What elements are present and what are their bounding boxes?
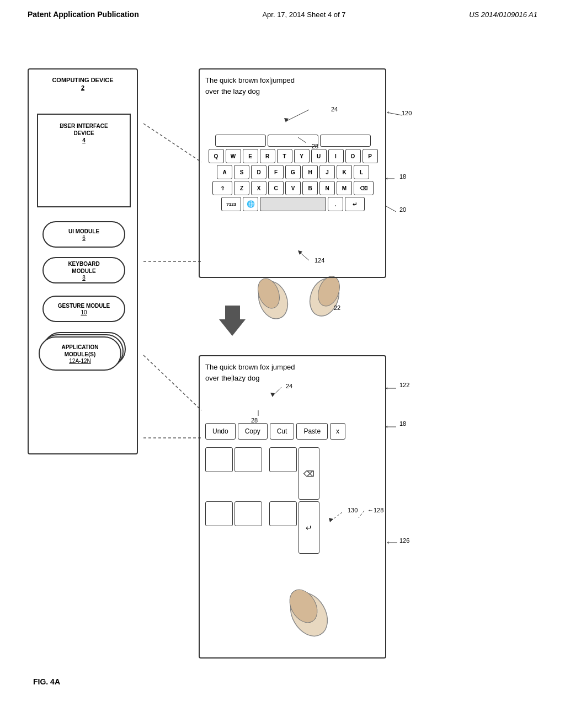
device-bottom: The quick brown fox jumped over thelazy … [199, 355, 386, 659]
key-c[interactable]: C [268, 181, 284, 195]
key-row-4: ?123 🌐 . ↵ [205, 197, 381, 211]
key-numeric[interactable]: ?123 [221, 197, 241, 211]
small-key-6 [269, 501, 297, 526]
key-x[interactable]: X [251, 181, 266, 195]
ref-28-top: 28 [312, 143, 318, 149]
uid-label: USER INTERFACEDEVICE 4 [38, 122, 130, 144]
key-u[interactable]: U [311, 149, 327, 163]
edit-toolbar: Undo Copy Cut Paste x [205, 421, 381, 441]
small-key-5 [234, 501, 262, 526]
key-v[interactable]: V [285, 181, 301, 195]
key-globe[interactable]: 🌐 [243, 197, 258, 211]
key-backspace[interactable]: ⌫ [354, 181, 374, 195]
key-g[interactable]: G [285, 165, 301, 179]
copy-button[interactable]: Copy [238, 423, 268, 440]
key-n[interactable]: N [319, 181, 335, 195]
key-q[interactable]: Q [209, 149, 224, 163]
key-p[interactable]: P [363, 149, 378, 163]
key-j[interactable]: J [319, 165, 335, 179]
key-h[interactable]: H [302, 165, 318, 179]
key-row-2: A S D F G H J K L [205, 165, 381, 179]
key-f[interactable]: F [268, 165, 284, 179]
key-enter[interactable]: ↵ [345, 197, 365, 211]
key-w[interactable]: W [226, 149, 241, 163]
key-z[interactable]: Z [234, 181, 249, 195]
key-shift[interactable]: ⇧ [212, 181, 232, 195]
ref-24-bottom: 24 [286, 383, 292, 389]
ref-130: 130 [348, 507, 358, 513]
svg-point-17 [315, 274, 344, 309]
key-period[interactable]: . [328, 197, 343, 211]
ref-24-top: 24 [331, 106, 338, 113]
ref-2: 2 [60, 122, 63, 129]
key-i[interactable]: I [328, 149, 344, 163]
computing-device-label: COMPUTING DEVICE 2 [29, 76, 137, 92]
small-key-1 [205, 447, 233, 472]
small-key-row-1: ⌫ [205, 447, 381, 500]
small-key-4 [205, 501, 233, 526]
computing-device-box: COMPUTING DEVICE 2 USER INTERFACEDEVICE … [28, 68, 138, 454]
key-row-1: Q W E R T Y U I O P [205, 149, 381, 163]
cut-button[interactable]: Cut [270, 423, 295, 440]
app-module-stack: APPLICATIONMODULE(S) 12A-12N [39, 332, 129, 371]
svg-line-10 [386, 206, 396, 212]
ref-18-bottom: 18 [399, 420, 406, 427]
key-a[interactable]: A [217, 165, 232, 179]
key-o[interactable]: O [345, 149, 361, 163]
suggestion-2 [268, 135, 318, 147]
keyboard-module-oval: KEYBOARDMODULE 8 [42, 257, 125, 283]
svg-marker-33 [387, 111, 388, 114]
ref-28-bottom: 28 [251, 417, 258, 424]
svg-line-0 [143, 124, 201, 162]
small-keyboard: ⌫ ↵ [205, 447, 381, 555]
key-b[interactable]: B [302, 181, 318, 195]
key-e[interactable]: E [243, 149, 258, 163]
suggestion-3 [320, 135, 371, 147]
paste-button[interactable]: Paste [296, 423, 328, 440]
svg-line-32 [387, 113, 402, 115]
svg-marker-22 [386, 387, 387, 390]
suggestion-bar [205, 135, 381, 147]
key-s[interactable]: S [234, 165, 249, 179]
ref-128: ←128 [367, 507, 383, 513]
publication-label: Patent Application Publication [28, 10, 139, 19]
svg-point-16 [305, 275, 344, 320]
small-key-3 [269, 447, 297, 472]
key-backspace-small[interactable]: ⌫ [299, 447, 319, 500]
svg-point-14 [254, 277, 293, 323]
key-d[interactable]: D [251, 165, 266, 179]
patent-number: US 2014/0109016 A1 [469, 10, 537, 19]
ref-18-top: 18 [399, 173, 406, 180]
key-row-3: ⇧ Z X C V B N M ⌫ [205, 181, 381, 195]
text-display-bottom: The quick brown fox jumped over thelazy … [205, 362, 381, 417]
ref-122: 122 [399, 382, 409, 388]
uid-box: USER INTERFACEDEVICE 4 [37, 114, 131, 207]
ref-126: 126 [399, 537, 409, 544]
sheet-info: Apr. 17, 2014 Sheet 4 of 7 [262, 10, 345, 19]
device-top: The quick brown foxjumped over the lazy … [199, 68, 386, 278]
ref-22: 22 [334, 304, 340, 311]
keyboard: Q W E R T Y U I O P A S D F G H J K [205, 135, 381, 213]
svg-point-15 [254, 276, 284, 312]
key-t[interactable]: T [277, 149, 292, 163]
svg-marker-26 [387, 541, 388, 544]
svg-marker-24 [386, 425, 387, 429]
key-y[interactable]: Y [294, 149, 310, 163]
key-l[interactable]: L [354, 165, 369, 179]
key-r[interactable]: R [260, 149, 275, 163]
key-space[interactable] [260, 197, 326, 211]
ref-124: 124 [315, 257, 324, 264]
close-button[interactable]: x [330, 423, 345, 440]
key-enter-small[interactable]: ↵ [299, 501, 319, 554]
ui-module-oval: UI MODULE 6 [42, 221, 125, 248]
svg-line-13 [317, 300, 328, 306]
gesture-module-oval: GESTURE MODULE 10 [42, 296, 125, 322]
undo-button[interactable]: Undo [205, 423, 236, 440]
suggestion-1 [215, 135, 266, 147]
ref-20: 20 [399, 206, 406, 213]
svg-marker-4 [219, 306, 246, 336]
key-k[interactable]: K [337, 165, 352, 179]
svg-marker-9 [386, 177, 387, 180]
key-m[interactable]: M [337, 181, 352, 195]
ref-120: 120 [402, 110, 412, 116]
